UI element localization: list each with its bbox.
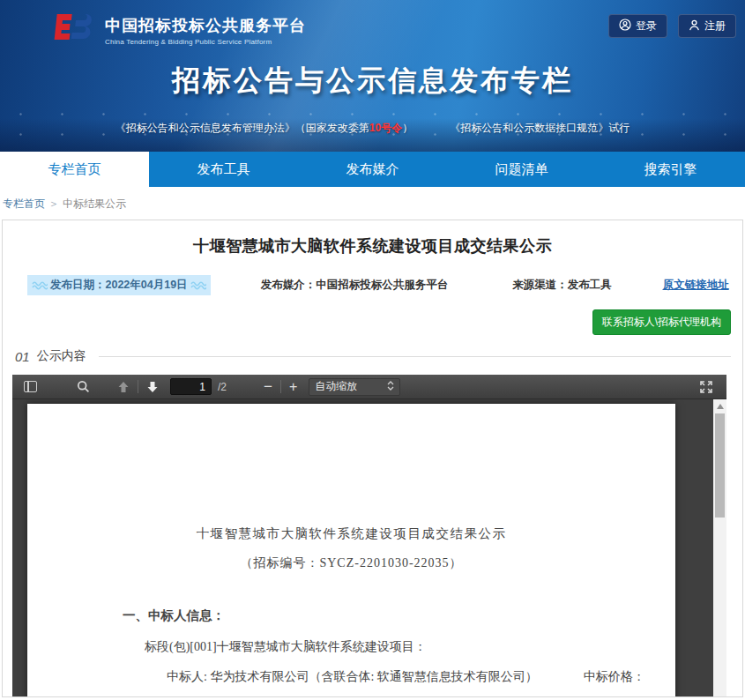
- page-number-input[interactable]: [170, 378, 212, 395]
- zoom-mode-select[interactable]: 自动缩放: [309, 378, 400, 396]
- zoom-mode-value: 自动缩放: [315, 379, 357, 394]
- register-user-icon: [689, 19, 700, 34]
- platform-name-en: China Tendering & Bidding Public Service…: [105, 38, 306, 46]
- document-lot-line: 标段(包)[001]十堰智慧城市大脑软件系统建设项目：: [145, 639, 675, 655]
- login-user-icon: [619, 19, 631, 34]
- document-title: 十堰智慧城市大脑软件系统建设项目成交结果公示: [27, 525, 675, 542]
- tab-issue-list[interactable]: 问题清单: [447, 152, 596, 187]
- banner-subtitle: 《招标公告和公示信息发布管理办法》（国家发改委第10号令）《招标公告和公示数据接…: [0, 121, 745, 136]
- zoom-in-icon[interactable]: +: [289, 380, 297, 394]
- pdf-page: 十堰智慧城市大脑软件系统建设项目成交结果公示 （招标编号：SYCZ-220103…: [27, 404, 675, 697]
- pdf-scrollbar[interactable]: [713, 399, 726, 697]
- search-icon[interactable]: [77, 380, 90, 393]
- pdf-viewer: /2 − + 自动缩放: [12, 375, 726, 697]
- tab-column-home[interactable]: 专栏首页: [0, 152, 149, 187]
- section-number: 01: [15, 349, 30, 364]
- section-header: 01 公示内容: [15, 348, 731, 364]
- original-link[interactable]: 原文链接地址: [663, 278, 729, 293]
- login-button[interactable]: 登录: [608, 14, 667, 38]
- breadcrumb-home[interactable]: 专栏首页: [3, 197, 45, 210]
- section-title: 公示内容: [37, 348, 86, 364]
- banner-sub-close: ）: [402, 122, 413, 134]
- scroll-up-icon[interactable]: [717, 404, 724, 409]
- tab-publish-media[interactable]: 发布媒介: [298, 152, 447, 187]
- zoom-out-icon[interactable]: −: [264, 379, 272, 394]
- banner-title: 招标公告与公示信息发布专栏: [0, 62, 745, 101]
- register-label: 注册: [704, 19, 726, 34]
- breadcrumb-separator: ＞: [48, 197, 59, 210]
- platform-name: 中国招标投标公共服务平台: [105, 15, 306, 36]
- source-channel: 来源渠道：发布工具: [512, 278, 612, 293]
- presentation-mode-icon[interactable]: [699, 380, 713, 394]
- previous-page-icon[interactable]: [117, 381, 130, 393]
- pdf-toolbar: /2 − + 自动缩放: [12, 375, 726, 399]
- article-meta: 发布日期：2022年04月19日 发布媒介：中国招标投标公共服务平台 来源渠道：…: [27, 275, 742, 295]
- page-count: /2: [218, 381, 227, 393]
- main-nav: 专栏首页 发布工具 发布媒介 问题清单 搜索引擎: [0, 152, 745, 187]
- next-page-icon[interactable]: [146, 381, 159, 393]
- page-title: 十堰智慧城市大脑软件系统建设项目成交结果公示: [3, 235, 742, 257]
- register-button[interactable]: 注册: [678, 14, 736, 38]
- scrollbar-thumb[interactable]: [715, 413, 725, 518]
- sidebar-toggle-icon[interactable]: [24, 381, 37, 392]
- document-section-heading: 一、中标人信息：: [123, 607, 675, 624]
- wave-left-icon: [32, 280, 48, 291]
- breadcrumb-current: 中标结果公示: [63, 197, 126, 210]
- pdf-canvas-area[interactable]: 十堰智慧城市大脑软件系统建设项目成交结果公示 （招标编号：SYCZ-220103…: [12, 399, 726, 697]
- tab-publish-tools[interactable]: 发布工具: [149, 152, 298, 187]
- banner-sub-left: 《招标公告和公示信息发布管理办法》（国家发改委第: [115, 122, 369, 134]
- publish-date: 发布日期：2022年04月19日: [50, 278, 188, 293]
- toolbar-divider: [138, 380, 138, 393]
- section-divider: [99, 356, 731, 357]
- banner-sub-right: 《招标公告和公示数据接口规范》试行: [450, 122, 630, 134]
- winner-text: 中标人: 华为技术有限公司（含联合体: 软通智慧信息技术有限公司）: [167, 670, 538, 683]
- article-panel: 十堰智慧城市大脑软件系统建设项目成交结果公示 发布日期：2022年04月19日 …: [2, 220, 743, 697]
- document-winner-line: 中标人: 华为技术有限公司（含联合体: 软通智慧信息技术有限公司）中标价格：: [167, 669, 675, 685]
- breadcrumb: 专栏首页＞中标结果公示: [0, 187, 745, 220]
- wave-right-icon: [190, 280, 206, 291]
- dropdown-arrows-icon: [387, 381, 394, 393]
- banner-sub-red: 10号令: [369, 122, 402, 134]
- publish-date-badge: 发布日期：2022年04月19日: [27, 275, 211, 295]
- document-tender-number: （招标编号：SYCZ-2201030-22035）: [27, 555, 675, 571]
- platform-logo[interactable]: 中国招标投标公共服务平台 China Tendering & Bidding P…: [50, 11, 306, 48]
- price-label: 中标价格：: [584, 670, 645, 683]
- toolbar-divider: [280, 380, 281, 393]
- login-label: 登录: [636, 19, 657, 34]
- contact-tenderer-button[interactable]: 联系招标人\招标代理机构: [592, 309, 731, 335]
- logo-mark-icon: [50, 11, 96, 48]
- publish-media: 发布媒介：中国招标投标公共服务平台: [261, 278, 449, 293]
- site-header: 中国招标投标公共服务平台 China Tendering & Bidding P…: [0, 0, 745, 152]
- tab-search-engine[interactable]: 搜索引擎: [596, 152, 745, 187]
